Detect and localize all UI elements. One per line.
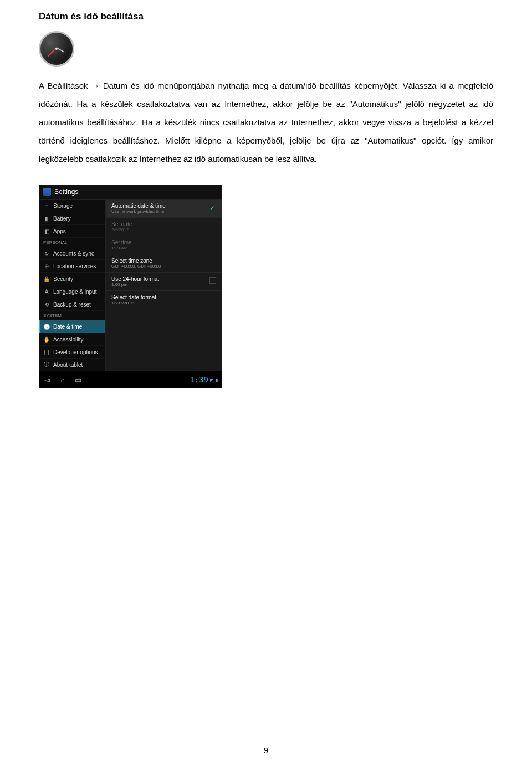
panel-row-title: Automatic date & time bbox=[111, 203, 216, 209]
sidebar-item-date-time[interactable]: 🕓 Date & time bbox=[39, 320, 105, 333]
sidebar-item-security[interactable]: 🔒 Security bbox=[39, 273, 105, 285]
sidebar-item-label: Security bbox=[53, 276, 73, 282]
page-heading: Dátum és idő beállítása bbox=[39, 11, 493, 22]
sidebar-item-battery[interactable]: ▮ Battery bbox=[39, 212, 105, 225]
apps-icon: ◧ bbox=[43, 228, 50, 234]
sidebar-item-label: Accessibility bbox=[53, 336, 83, 343]
developer-icon: { } bbox=[43, 349, 50, 355]
sidebar-item-label: Developer options bbox=[53, 349, 98, 355]
panel-row-title: Use 24-hour format bbox=[111, 276, 216, 282]
panel-row-title: Set date bbox=[111, 221, 216, 227]
screenshot-header: Settings bbox=[39, 185, 222, 200]
panel-row-title: Select time zone bbox=[111, 258, 216, 264]
sidebar-section-personal: PERSONAL bbox=[39, 238, 105, 247]
sidebar-item-backup[interactable]: ⟲ Backup & reset bbox=[39, 298, 105, 311]
sidebar-item-label: Battery bbox=[53, 216, 71, 222]
panel-row-sub: 12/31/2012 bbox=[111, 300, 216, 305]
accessibility-icon: ✋ bbox=[43, 336, 50, 343]
panel-row-auto-datetime[interactable]: Automatic date & time Use network-provid… bbox=[106, 200, 222, 218]
sidebar-item-location[interactable]: ⊕ Location services bbox=[39, 260, 105, 273]
panel-row-sub: GMT+00:00, GMT+00:00 bbox=[111, 264, 216, 269]
checkbox-empty-icon bbox=[209, 277, 216, 284]
sidebar-item-label: Backup & reset bbox=[53, 302, 91, 308]
navbar-time-text: 1:39 bbox=[190, 375, 208, 384]
sidebar-item-apps[interactable]: ◧ Apps bbox=[39, 225, 105, 238]
panel-row-sub: 1:39 AM bbox=[111, 246, 216, 251]
wifi-icon: ◤ bbox=[210, 377, 213, 383]
sidebar-item-accounts[interactable]: ↻ Accounts & sync bbox=[39, 247, 105, 260]
sidebar-item-label: Accounts & sync bbox=[53, 251, 94, 257]
clock-icon-small: 🕓 bbox=[43, 323, 50, 330]
nav-recent-icon[interactable]: ▭ bbox=[73, 376, 83, 384]
battery-icon: ▮ bbox=[43, 215, 50, 222]
battery-status-icon: ▮ bbox=[215, 377, 218, 383]
screenshot-header-title: Settings bbox=[54, 188, 78, 196]
storage-icon: ≡ bbox=[43, 202, 50, 209]
panel-row-sub: Use network-provided time bbox=[111, 209, 216, 214]
sidebar-item-storage[interactable]: ≡ Storage bbox=[39, 200, 105, 212]
sidebar-item-label: Location services bbox=[53, 263, 96, 269]
sidebar-item-label: Date & time bbox=[53, 324, 82, 330]
lock-icon: 🔒 bbox=[43, 275, 50, 282]
sidebar-item-label: About tablet bbox=[53, 362, 83, 368]
panel-row-sub: 2/9/2012 bbox=[111, 227, 216, 232]
sidebar-item-accessibility[interactable]: ✋ Accessibility bbox=[39, 333, 105, 346]
panel-row-set-date[interactable]: Set date 2/9/2012 bbox=[106, 218, 222, 236]
page-number: 9 bbox=[0, 745, 532, 755]
sidebar-item-about[interactable]: ⓘ About tablet bbox=[39, 359, 105, 371]
backup-icon: ⟲ bbox=[43, 301, 50, 308]
panel-row-title: Set time bbox=[111, 239, 216, 246]
panel-row-timezone[interactable]: Select time zone GMT+00:00, GMT+00:00 bbox=[106, 254, 222, 273]
clock-icon bbox=[39, 31, 74, 67]
sidebar-section-system: SYSTEM bbox=[39, 311, 105, 320]
clock-center-dot bbox=[55, 48, 58, 50]
sidebar-item-label: Apps bbox=[53, 228, 66, 234]
sidebar-item-label: Storage bbox=[53, 203, 73, 209]
language-icon: A bbox=[43, 288, 50, 295]
sidebar-item-label: Language & input bbox=[53, 289, 96, 295]
sync-icon: ↻ bbox=[43, 250, 50, 257]
sidebar-item-developer[interactable]: { } Developer options bbox=[39, 346, 105, 359]
panel-row-24hour[interactable]: Use 24-hour format 1:00 pm bbox=[106, 273, 222, 291]
settings-sidebar: ≡ Storage ▮ Battery ◧ Apps PERSONAL ↻ Ac… bbox=[39, 200, 106, 371]
android-settings-screenshot: Settings ≡ Storage ▮ Battery ◧ Apps PERS… bbox=[39, 185, 222, 388]
panel-row-title: Select date format bbox=[111, 294, 216, 300]
nav-home-icon[interactable]: ⌂ bbox=[58, 376, 68, 384]
nav-back-icon[interactable]: ◅ bbox=[42, 376, 52, 384]
info-icon: ⓘ bbox=[43, 361, 50, 368]
navbar-clock: 1:39 ◤ ▮ bbox=[190, 375, 218, 384]
system-navbar: ◅ ⌂ ▭ 1:39 ◤ ▮ bbox=[39, 371, 222, 388]
panel-row-sub: 1:00 pm bbox=[111, 282, 216, 287]
location-icon: ⊕ bbox=[43, 263, 50, 269]
body-paragraph: A Beállítások → Dátum és idő menüpontjáb… bbox=[39, 76, 493, 168]
panel-row-date-format[interactable]: Select date format 12/31/2012 bbox=[106, 291, 222, 309]
sidebar-item-language[interactable]: A Language & input bbox=[39, 285, 105, 298]
settings-panel: Automatic date & time Use network-provid… bbox=[106, 200, 222, 371]
checkmark-icon: ✓ bbox=[209, 204, 216, 211]
panel-row-set-time[interactable]: Set time 1:39 AM bbox=[106, 236, 222, 254]
settings-app-icon bbox=[43, 188, 51, 196]
